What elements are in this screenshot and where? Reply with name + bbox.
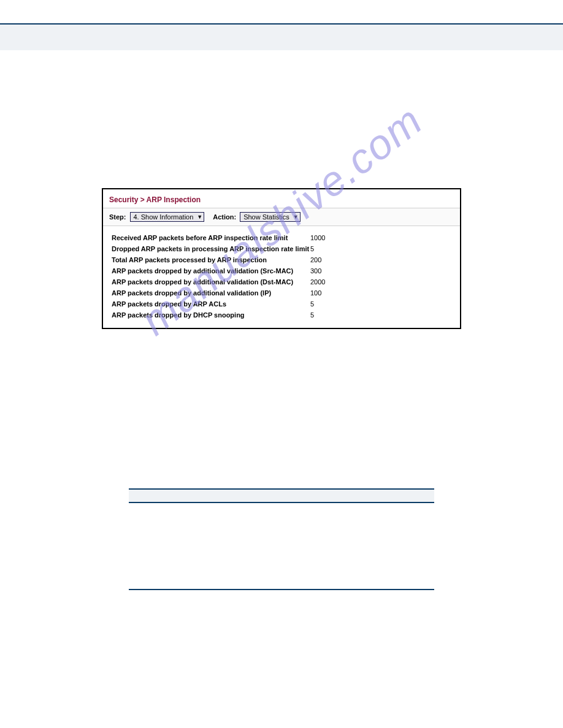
chevron-down-icon: ▼	[197, 214, 202, 220]
stat-value: 5	[310, 300, 347, 308]
stat-label: Dropped ARP packets in processing ARP in…	[112, 245, 310, 252]
stat-label: ARP packets dropped by additional valida…	[112, 267, 310, 275]
body-rule	[129, 589, 434, 590]
stats-table: Received ARP packets before ARP inspecti…	[103, 226, 460, 328]
top-band	[0, 25, 563, 50]
arp-inspection-panel: Security > ARP Inspection Step: 4. Show …	[102, 188, 461, 329]
table-row: Total ARP packets processed by ARP inspe…	[112, 254, 451, 265]
step-label: Step:	[109, 213, 126, 221]
stat-value: 2000	[310, 278, 347, 286]
stat-value: 1000	[310, 234, 347, 241]
section-band	[129, 488, 434, 503]
table-row: Received ARP packets before ARP inspecti…	[112, 232, 451, 243]
table-row: ARP packets dropped by additional valida…	[112, 276, 451, 287]
stat-value: 5	[310, 245, 347, 252]
table-row: ARP packets dropped by ARP ACLs 5	[112, 298, 451, 309]
chevron-down-icon: ▼	[293, 214, 299, 220]
stat-label: ARP packets dropped by ARP ACLs	[112, 300, 310, 308]
breadcrumb: Security > ARP Inspection	[103, 189, 460, 208]
control-bar: Step: 4. Show Information ▼ Action: Show…	[103, 208, 460, 226]
stat-value: 200	[310, 256, 347, 264]
table-row: Dropped ARP packets in processing ARP in…	[112, 243, 451, 254]
stat-value: 5	[310, 311, 347, 319]
table-row: ARP packets dropped by additional valida…	[112, 287, 451, 298]
step-dropdown[interactable]: 4. Show Information ▼	[130, 212, 205, 222]
table-row: ARP packets dropped by DHCP snooping 5	[112, 309, 451, 320]
stat-label: ARP packets dropped by DHCP snooping	[112, 311, 310, 319]
stat-label: ARP packets dropped by additional valida…	[112, 289, 310, 297]
stat-value: 100	[310, 289, 347, 297]
stat-value: 300	[310, 267, 347, 275]
table-row: ARP packets dropped by additional valida…	[112, 265, 451, 276]
action-label: Action:	[213, 213, 236, 221]
stat-label: Total ARP packets processed by ARP inspe…	[112, 256, 310, 264]
action-dropdown[interactable]: Show Statistics ▼	[240, 212, 301, 222]
action-dropdown-value: Show Statistics	[243, 213, 289, 221]
stat-label: ARP packets dropped by additional valida…	[112, 278, 310, 286]
step-dropdown-value: 4. Show Information	[134, 213, 194, 221]
stat-label: Received ARP packets before ARP inspecti…	[112, 234, 310, 241]
